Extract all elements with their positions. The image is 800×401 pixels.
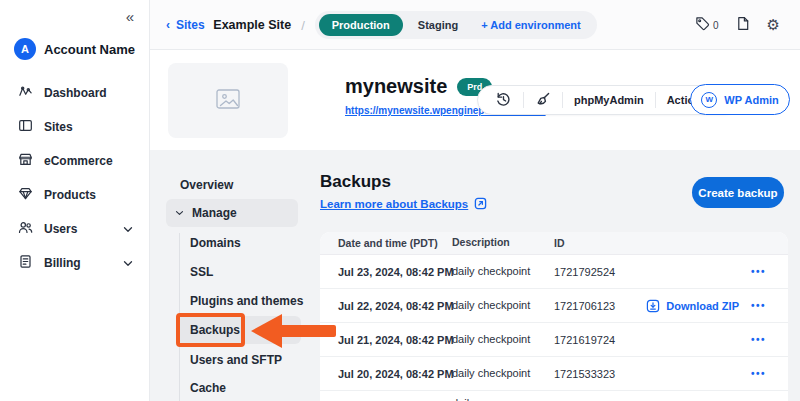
more-menu-icon[interactable]: ••• [751,300,766,311]
chevron-down-icon [123,260,133,267]
gem-icon [18,186,33,204]
notes-button[interactable] [736,16,750,35]
column-header-date: Date and time (PDT) [320,237,452,249]
phpmyadmin-label: phpMyAdmin [574,94,644,106]
sidebar-collapse-icon[interactable]: « [126,8,135,25]
tags-button[interactable]: 0 [695,16,719,35]
chevron-down-icon [123,226,133,233]
backup-restore-button[interactable] [484,86,523,114]
site-thumbnail-placeholder [168,63,288,138]
wp-admin-label: WP Admin [724,94,778,106]
sidebar-item-label: Products [44,188,96,202]
sidebar-nav: Dashboard Sites eCommerce Products Users [0,76,149,280]
backup-id: 1721706123 [554,300,646,312]
breadcrumb-site-name: Example Site [213,18,291,32]
wp-admin-button[interactable]: W WP Admin [690,84,790,115]
gear-icon: ⚙ [767,18,780,33]
backup-date: Jul 22, 2024, 08:42 PM [320,300,452,312]
subnav-item-users-sftp[interactable]: Users and SFTP [190,353,282,367]
backup-description: daily checkpoint [452,299,554,313]
subnav-item-overview[interactable]: Overview [180,178,233,192]
sidebar-item-products[interactable]: Products [0,178,149,212]
sidebar-item-label: Dashboard [44,86,107,100]
sidebar-item-billing[interactable]: Billing [0,246,149,280]
create-backup-button[interactable]: Create backup [692,177,784,208]
subnav-item-cache[interactable]: Cache [190,381,226,395]
image-placeholder-icon [215,88,241,114]
backup-date: Jul 20, 2024, 08:42 PM [320,368,452,380]
settings-button[interactable]: ⚙ [767,18,780,33]
env-tab-production[interactable]: Production [319,14,403,36]
sidebar-item-label: Users [44,222,77,236]
users-icon [18,220,33,238]
add-environment-button[interactable]: + Add environment [473,14,593,36]
billing-icon [18,254,33,272]
table-row: Jul 22, 2024, 08:42 PM daily checkpoint … [320,289,788,323]
sidebar-item-dashboard[interactable]: Dashboard [0,76,149,110]
subnav-item-backups[interactable]: Backups [190,323,240,337]
dashboard-icon [18,84,33,102]
column-header-id: ID [554,237,788,249]
storefront-icon [18,152,33,170]
backup-date: Jul 21, 2024, 08:42 PM [320,334,452,346]
site-header: mynewsite Prd https://mynewsite.wpengine… [150,50,800,150]
sites-icon [18,118,33,136]
backup-id: 1721533323 [554,368,751,380]
broom-icon [535,91,551,109]
env-tab-staging[interactable]: Staging [405,14,471,36]
table-row: Jul 23, 2024, 08:42 PM daily checkpoint … [320,255,788,289]
more-menu-icon[interactable]: ••• [751,368,766,379]
history-restore-icon [495,91,512,110]
subnav-item-manage[interactable]: Manage [166,199,298,227]
backups-table: Date and time (PDT) Description ID Jul 2… [320,232,788,401]
wordpress-logo-icon: W [701,92,717,108]
column-header-description: Description [452,236,554,249]
backup-description: daily checkpoint [452,367,554,381]
topbar: ‹ Sites Example Site / Production Stagin… [150,0,800,50]
environment-switcher: Production Staging + Add environment [315,11,597,39]
tag-count: 0 [713,20,719,31]
backup-id: 1721792524 [554,266,751,278]
subnav-item-ssl[interactable]: SSL [190,265,213,279]
backup-description: daily checkpoint [452,265,554,279]
external-link-icon [474,197,487,210]
topbar-icons: 0 ⚙ [695,0,780,50]
sidebar-item-users[interactable]: Users [0,212,149,246]
main-content: Overview Manage Domains SSL Plugins and … [150,150,800,401]
more-menu-icon[interactable]: ••• [751,334,766,345]
learn-more-label: Learn more about Backups [320,198,468,210]
document-icon [736,16,750,35]
site-title: mynewsite [345,75,447,98]
subnav-item-plugins-themes[interactable]: Plugins and themes [190,294,303,308]
account-name: Account Name [44,42,135,57]
download-zip-label: Download ZIP [666,300,739,312]
sidebar-item-ecommerce[interactable]: eCommerce [0,144,149,178]
breadcrumb: Example Site / Production Staging + Add … [150,0,660,50]
sidebar-item-label: eCommerce [44,154,113,168]
table-row-partial: daily [320,391,788,401]
subnav-item-label: Manage [192,206,237,220]
breadcrumb-separator: / [301,18,305,33]
backup-description: daily [452,397,554,401]
table-header: Date and time (PDT) Description ID [320,232,788,255]
sidebar-item-label: Billing [44,256,81,270]
table-row: Jul 20, 2024, 08:42 PM daily checkpoint … [320,357,788,391]
backup-description: daily checkpoint [452,333,554,347]
backup-id: 1721619724 [554,334,751,346]
learn-more-link[interactable]: Learn more about Backups [320,197,487,210]
table-row: Jul 21, 2024, 08:42 PM daily checkpoint … [320,323,788,357]
page-title: Backups [320,172,391,192]
sidebar-item-label: Sites [44,120,73,134]
chevron-down-icon [175,210,184,216]
tag-icon [695,16,710,35]
phpmyadmin-button[interactable]: phpMyAdmin [563,86,655,114]
more-menu-icon[interactable]: ••• [751,266,766,277]
subnav-item-domains[interactable]: Domains [190,236,241,250]
download-zip-button[interactable]: Download ZIP [646,299,739,313]
account-switcher[interactable]: A Account Name [14,38,135,60]
backup-date: Jul 23, 2024, 08:42 PM [320,266,452,278]
account-avatar: A [14,38,36,60]
sidebar-item-sites[interactable]: Sites [0,110,149,144]
clear-cache-button[interactable] [524,86,562,114]
download-icon [646,299,660,313]
